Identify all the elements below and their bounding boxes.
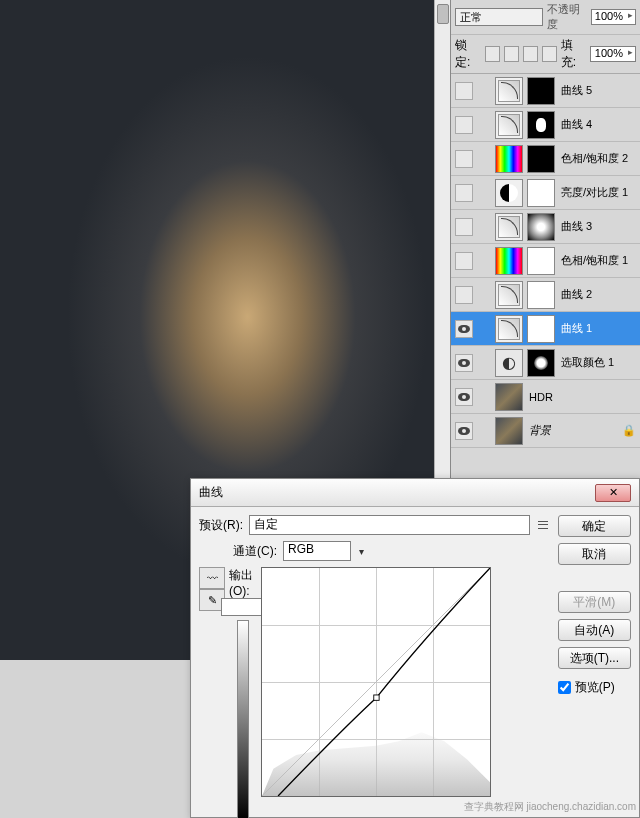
hue-thumbnail[interactable] (495, 145, 523, 173)
layer-name[interactable]: 背景 (527, 423, 551, 438)
lock-label: 锁定: (455, 37, 481, 71)
channel-select[interactable]: RGB (283, 541, 351, 561)
curves-thumbnail[interactable] (495, 77, 523, 105)
layer-row[interactable]: 色相/饱和度 1 (451, 244, 640, 278)
preset-select[interactable]: 自定 (249, 515, 530, 535)
layer-row[interactable]: 曲线 3 (451, 210, 640, 244)
lock-icon: 🔒 (622, 424, 636, 437)
visibility-toggle[interactable] (455, 82, 473, 100)
layer-row[interactable]: 曲线 5 (451, 74, 640, 108)
curves-thumbnail[interactable] (495, 281, 523, 309)
layer-mask-thumbnail[interactable] (527, 111, 555, 139)
layer-row[interactable]: 曲线 1 (451, 312, 640, 346)
output-field[interactable] (221, 598, 265, 616)
layers-panel: 正常 不透明度 100% 锁定: 填充: 100% 曲线 5曲线 4色相/饱和度… (450, 0, 640, 500)
visibility-toggle[interactable] (455, 116, 473, 134)
layer-row[interactable]: 亮度/对比度 1 (451, 176, 640, 210)
channel-row: 通道(C): RGB ▾ (199, 541, 550, 561)
dialog-title: 曲线 (199, 484, 223, 501)
opacity-field[interactable]: 100% (591, 9, 636, 25)
layer-mask-thumbnail[interactable] (527, 281, 555, 309)
layer-mask-thumbnail[interactable] (527, 145, 555, 173)
lock-position-icon[interactable] (523, 46, 538, 62)
blend-mode-row: 正常 不透明度 100% (451, 0, 640, 35)
preview-checkbox[interactable] (558, 681, 571, 694)
curves-thumbnail[interactable] (495, 213, 523, 241)
channel-dropdown-icon[interactable]: ▾ (359, 546, 364, 557)
curves-dialog: 曲线 ✕ 预设(R): 自定 通道(C): RGB ▾ 〰 ✎ 输出(O): (190, 478, 640, 818)
visibility-toggle[interactable] (455, 354, 473, 372)
layer-row[interactable]: 选取颜色 1 (451, 346, 640, 380)
cancel-button[interactable]: 取消 (558, 543, 631, 565)
layer-name[interactable]: 曲线 1 (559, 321, 592, 336)
curve-graph[interactable] (261, 567, 491, 797)
layer-name[interactable]: 曲线 2 (559, 287, 592, 302)
lock-transparency-icon[interactable] (485, 46, 500, 62)
layer-mask-thumbnail[interactable] (527, 349, 555, 377)
layer-row[interactable]: 曲线 4 (451, 108, 640, 142)
layer-row[interactable]: 曲线 2 (451, 278, 640, 312)
opacity-label: 不透明度 (547, 2, 587, 32)
preset-menu-button[interactable] (536, 518, 550, 532)
curves-thumbnail[interactable] (495, 315, 523, 343)
img-thumbnail[interactable] (495, 417, 523, 445)
sel-thumbnail[interactable] (495, 349, 523, 377)
hue-thumbnail[interactable] (495, 247, 523, 275)
layer-name[interactable]: 选取颜色 1 (559, 355, 614, 370)
preset-label: 预设(R): (199, 517, 243, 534)
smooth-button[interactable]: 平滑(M) (558, 591, 631, 613)
auto-button[interactable]: 自动(A) (558, 619, 631, 641)
dialog-buttons: 确定 取消 平滑(M) 自动(A) 选项(T)... 预览(P) (558, 515, 631, 818)
layer-name[interactable]: 曲线 4 (559, 117, 592, 132)
dialog-close-button[interactable]: ✕ (595, 484, 631, 502)
ok-button[interactable]: 确定 (558, 515, 631, 537)
layer-name[interactable]: 色相/饱和度 1 (559, 253, 628, 268)
layer-row[interactable]: 色相/饱和度 2 (451, 142, 640, 176)
layer-name[interactable]: 曲线 5 (559, 83, 592, 98)
scrollbar-thumb[interactable] (437, 4, 449, 24)
layer-mask-thumbnail[interactable] (527, 213, 555, 241)
layer-row[interactable]: HDR (451, 380, 640, 414)
output-label: 输出(O): (229, 567, 257, 598)
layer-mask-thumbnail[interactable] (527, 179, 555, 207)
watermark: 查字典教程网 jiaocheng.chazidian.com (464, 800, 636, 814)
layer-name[interactable]: 色相/饱和度 2 (559, 151, 628, 166)
visibility-toggle[interactable] (455, 150, 473, 168)
layer-name[interactable]: 亮度/对比度 1 (559, 185, 628, 200)
layer-mask-thumbnail[interactable] (527, 247, 555, 275)
curves-thumbnail[interactable] (495, 111, 523, 139)
visibility-toggle[interactable] (455, 218, 473, 236)
dialog-titlebar[interactable]: 曲线 ✕ (191, 479, 639, 507)
lock-row: 锁定: 填充: 100% (451, 35, 640, 74)
visibility-toggle[interactable] (455, 320, 473, 338)
layer-row[interactable]: 背景🔒 (451, 414, 640, 448)
layer-name[interactable]: HDR (527, 391, 553, 403)
preview-label: 预览(P) (575, 679, 615, 696)
fill-field[interactable]: 100% (590, 46, 636, 62)
layers-list: 曲线 5曲线 4色相/饱和度 2亮度/对比度 1曲线 3色相/饱和度 1曲线 2… (451, 74, 640, 448)
visibility-toggle[interactable] (455, 184, 473, 202)
lock-all-icon[interactable] (542, 46, 557, 62)
channel-label: 通道(C): (233, 543, 277, 560)
layer-mask-thumbnail[interactable] (527, 77, 555, 105)
img-thumbnail[interactable] (495, 383, 523, 411)
lock-pixels-icon[interactable] (504, 46, 519, 62)
visibility-toggle[interactable] (455, 286, 473, 304)
layer-name[interactable]: 曲线 3 (559, 219, 592, 234)
blend-mode-select[interactable]: 正常 (455, 8, 543, 26)
visibility-toggle[interactable] (455, 388, 473, 406)
svg-line-0 (262, 568, 490, 796)
visibility-toggle[interactable] (455, 422, 473, 440)
curve-point-tool[interactable]: 〰 (199, 567, 225, 589)
layer-mask-thumbnail[interactable] (527, 315, 555, 343)
fill-label: 填充: (561, 37, 587, 71)
preset-row: 预设(R): 自定 (199, 515, 550, 535)
bc-thumbnail[interactable] (495, 179, 523, 207)
visibility-toggle[interactable] (455, 252, 473, 270)
svg-rect-1 (374, 695, 379, 700)
options-button[interactable]: 选项(T)... (558, 647, 631, 669)
curve-path[interactable] (262, 568, 490, 796)
output-gradient (237, 620, 249, 818)
